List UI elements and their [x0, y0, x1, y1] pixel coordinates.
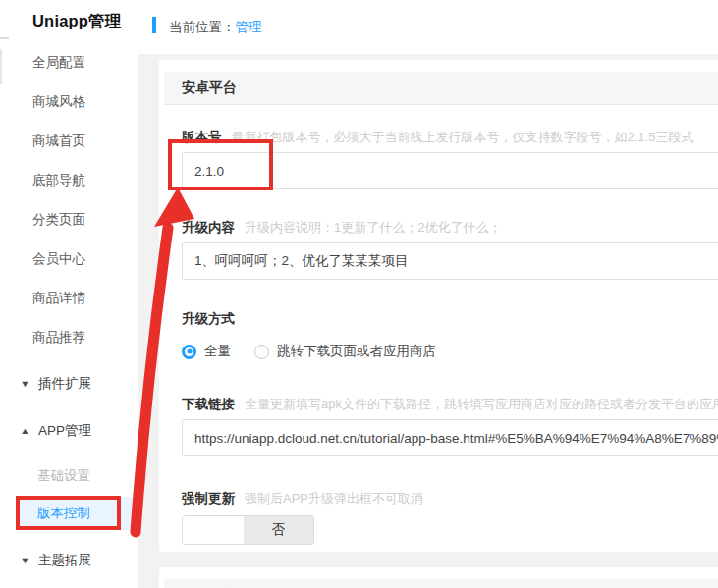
ios-section-title: 苹果平台 — [164, 579, 718, 588]
sidebar-item-product-recommend[interactable]: 商品推荐 — [32, 329, 85, 347]
version-label-row: 版本号 最新打包版本号，必须大于当前线上发行版本号，仅支持数字段号，如2.1.5… — [182, 129, 718, 146]
sidebar-group-label: APP管理 — [38, 422, 91, 440]
force-update-hint: 强制后APP升级弹出框不可取消 — [245, 490, 423, 508]
radio-redirect-store[interactable] — [254, 345, 269, 359]
sidebar-item-member-center[interactable]: 会员中心 — [32, 250, 85, 268]
version-hint: 最新打包版本号，必须大于当前线上发行版本号，仅支持数字段号，如2.1.5三段式 — [232, 129, 694, 146]
upgrade-method-options: 全量 跳转下载页面或者应用商店 — [182, 343, 718, 360]
download-link-input[interactable] — [182, 419, 718, 456]
upgrade-content-hint: 升级内容说明：1更新了什么；2优化了什么； — [245, 219, 501, 237]
upgrade-method-label-row: 升级方式 — [182, 310, 718, 328]
sidebar-group-label: 插件扩展 — [38, 375, 91, 393]
caret-up-icon: ▲ — [20, 426, 29, 436]
sidebar-item-bottom-nav[interactable]: 底部导航 — [32, 172, 85, 189]
upgrade-content-input[interactable] — [182, 242, 718, 280]
breadcrumb-prefix: 当前位置： — [169, 20, 236, 34]
radio-redirect-store-label[interactable]: 跳转下载页面或者应用商店 — [277, 343, 436, 360]
sidebar: Uniapp管理 全局配置 商城风格 商城首页 底部导航 分类页面 会员中心 商… — [18, 0, 138, 588]
android-section-title: 安卓平台 — [164, 72, 718, 105]
sidebar-item-label: 版本控制 — [37, 497, 90, 530]
strip-divider — [0, 37, 9, 39]
sidebar-item-global-config[interactable]: 全局配置 — [32, 54, 85, 72]
android-platform-card: 安卓平台 版本号 最新打包版本号，必须大于当前线上发行版本号，仅支持数字段号，如… — [159, 60, 718, 552]
sidebar-item-product-detail[interactable]: 商品详情 — [32, 290, 85, 307]
upgrade-content-label: 升级内容 — [182, 219, 235, 237]
app-title: Uniapp管理 — [32, 11, 122, 32]
toggle-on-segment[interactable] — [183, 516, 244, 544]
upgrade-method-label: 升级方式 — [182, 310, 235, 328]
sidebar-item-basic-settings[interactable]: 基础设置 — [37, 467, 90, 485]
sidebar-item-category-page[interactable]: 分类页面 — [32, 211, 85, 229]
sidebar-group-plugin-extension[interactable]: ▼ 插件扩展 — [21, 375, 91, 393]
caret-down-icon: ▼ — [20, 379, 29, 389]
content-area: 安卓平台 版本号 最新打包版本号，必须大于当前线上发行版本号，仅支持数字段号，如… — [138, 54, 718, 588]
force-update-toggle[interactable]: 否 — [182, 515, 314, 545]
download-link-hint: 全量更新填写apk文件的下载路径，跳转填写应用商店对应的路径或者分发平台的应用路… — [245, 396, 718, 413]
collapsed-nav-strip — [0, 0, 18, 588]
breadcrumb-text: 当前位置：管理 — [169, 19, 262, 36]
strip-edge-line — [0, 49, 2, 84]
android-form: 版本号 最新打包版本号，必须大于当前线上发行版本号，仅支持数字段号，如2.1.5… — [159, 129, 718, 545]
force-update-label: 强制更新 — [182, 490, 235, 508]
sidebar-group-theme-extension[interactable]: ▼ 主题拓展 — [21, 552, 91, 569]
breadcrumb-link-manage[interactable]: 管理 — [236, 20, 262, 34]
version-label: 版本号 — [182, 129, 222, 146]
download-link-label: 下载链接 — [182, 396, 235, 413]
sidebar-item-mall-style[interactable]: 商城风格 — [32, 93, 85, 111]
breadcrumb-accent-bar — [152, 17, 156, 33]
upgrade-content-label-row: 升级内容 升级内容说明：1更新了什么；2优化了什么； — [182, 219, 718, 237]
caret-down-icon: ▼ — [20, 556, 29, 565]
sidebar-group-app-management[interactable]: ▲ APP管理 — [21, 422, 91, 440]
radio-full-update-selected[interactable] — [182, 345, 196, 359]
download-link-label-row: 下载链接 全量更新填写apk文件的下载路径，跳转填写应用商店对应的路径或者分发平… — [182, 396, 718, 413]
ios-platform-card: 苹果平台 — [159, 567, 718, 588]
force-update-label-row: 强制更新 强制后APP升级弹出框不可取消 — [182, 490, 718, 508]
sidebar-item-version-control[interactable]: 版本控制 — [18, 497, 138, 530]
toggle-off-segment[interactable]: 否 — [244, 516, 313, 544]
breadcrumb: 当前位置：管理 — [138, 0, 718, 54]
sidebar-group-label: 主题拓展 — [38, 552, 91, 569]
sidebar-item-mall-home[interactable]: 商城首页 — [32, 133, 85, 150]
version-input[interactable] — [182, 152, 718, 189]
radio-full-update-label[interactable]: 全量 — [204, 343, 231, 360]
